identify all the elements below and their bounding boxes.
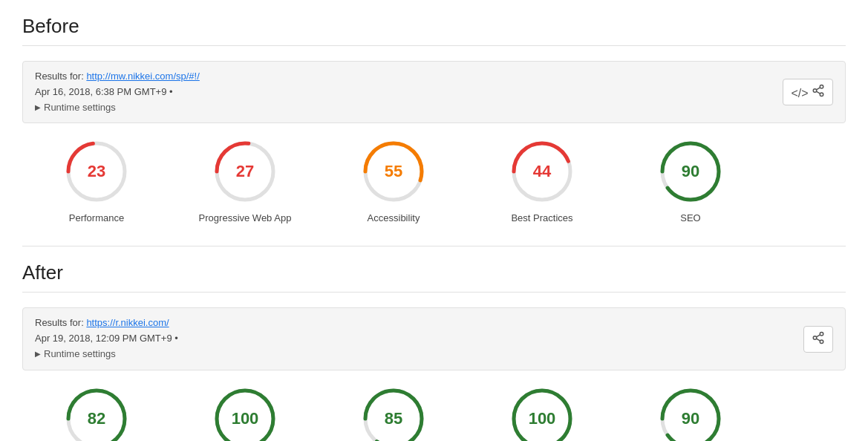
score-number-pwa-before: 27 xyxy=(236,162,254,181)
score-item-seo-after: 90 SEO xyxy=(616,385,765,441)
score-label-perf-before: Performance xyxy=(69,212,124,223)
score-label-pwa-before: Progressive Web App xyxy=(199,212,292,223)
svg-point-6 xyxy=(813,336,817,339)
score-number-bp-after: 100 xyxy=(529,409,556,428)
score-circle-pwa-before: 27 xyxy=(212,138,278,205)
before-results-label: Results for: xyxy=(35,71,84,82)
score-number-seo-after: 90 xyxy=(682,409,699,428)
before-runtime-settings[interactable]: ▶ Runtime settings xyxy=(35,100,200,116)
divider-after xyxy=(22,292,846,293)
score-circle-acc-before: 55 xyxy=(360,138,427,205)
divider-after-before xyxy=(22,246,846,246)
after-date-line: Apr 19, 2018, 12:09 PM GMT+9 • ▶ Runtime… xyxy=(35,331,178,362)
svg-point-5 xyxy=(820,332,823,336)
score-circle-bp-after: 100 xyxy=(509,385,575,441)
after-date: Apr 19, 2018, 12:09 PM GMT+9 xyxy=(35,333,172,344)
after-scores-row: 82 Performance 100 Progressive Web App 8… xyxy=(22,385,846,441)
score-circle-pwa-after: 100 xyxy=(212,385,278,441)
before-info-text: Results for: http://mw.nikkei.com/sp/#!/… xyxy=(35,69,200,115)
arrow-icon: ▶ xyxy=(35,102,41,114)
score-circle-acc-after: 85 xyxy=(360,385,427,441)
score-number-seo-before: 90 xyxy=(682,162,699,181)
score-number-perf-before: 23 xyxy=(88,162,105,181)
score-item-pwa-after: 100 Progressive Web App xyxy=(171,385,319,441)
score-label-bp-before: Best Practices xyxy=(511,212,572,223)
after-title: After xyxy=(22,261,846,284)
before-info-bar: Results for: http://mw.nikkei.com/sp/#!/… xyxy=(22,61,846,123)
before-scores-row: 23 Performance 27 Progressive Web App 55… xyxy=(22,138,846,223)
after-url[interactable]: https://r.nikkei.com/ xyxy=(86,317,169,328)
svg-line-9 xyxy=(816,334,820,336)
score-number-bp-before: 44 xyxy=(533,162,551,181)
score-number-perf-after: 82 xyxy=(88,409,105,428)
before-title: Before xyxy=(22,15,846,38)
score-circle-perf-before: 23 xyxy=(63,138,130,205)
after-sep: • xyxy=(174,333,178,344)
score-number-pwa-after: 100 xyxy=(232,409,259,428)
before-url-line: Results for: http://mw.nikkei.com/sp/#!/ xyxy=(35,69,200,85)
after-share-button[interactable] xyxy=(803,326,833,353)
score-number-acc-before: 55 xyxy=(385,162,402,181)
after-info-text: Results for: https://r.nikkei.com/ Apr 1… xyxy=(35,316,178,362)
after-info-bar: Results for: https://r.nikkei.com/ Apr 1… xyxy=(22,307,846,370)
before-sep: • xyxy=(169,86,173,97)
score-circle-perf-after: 82 xyxy=(63,385,130,441)
svg-line-4 xyxy=(816,88,820,90)
svg-line-8 xyxy=(816,339,820,341)
svg-point-1 xyxy=(813,89,817,93)
score-item-acc-before: 55 Accessibility xyxy=(319,138,468,223)
score-number-acc-after: 85 xyxy=(385,409,402,428)
svg-point-0 xyxy=(820,85,823,89)
svg-point-2 xyxy=(820,93,823,97)
score-circle-seo-before: 90 xyxy=(657,138,724,205)
after-url-line: Results for: https://r.nikkei.com/ xyxy=(35,316,178,331)
score-item-pwa-before: 27 Progressive Web App xyxy=(171,138,319,223)
after-runtime-settings[interactable]: ▶ Runtime settings xyxy=(35,347,178,362)
svg-point-7 xyxy=(820,340,823,344)
score-item-seo-before: 90 SEO xyxy=(616,138,765,223)
score-item-bp-before: 44 Best Practices xyxy=(468,138,616,223)
score-circle-seo-after: 90 xyxy=(657,385,724,441)
score-item-acc-after: 85 Accessibility xyxy=(319,385,468,441)
score-circle-bp-before: 44 xyxy=(509,138,575,205)
after-results-label: Results for: xyxy=(35,317,84,328)
score-item-bp-after: 100 Best Practices xyxy=(468,385,616,441)
divider-before xyxy=(22,45,846,46)
before-date: Apr 16, 2018, 6:38 PM GMT+9 xyxy=(35,86,166,97)
score-label-seo-before: SEO xyxy=(680,212,700,223)
arrow-icon-after: ▶ xyxy=(35,348,41,360)
score-item-perf-before: 23 Performance xyxy=(22,138,171,223)
before-date-line: Apr 16, 2018, 6:38 PM GMT+9 • ▶ Runtime … xyxy=(35,85,200,116)
svg-line-3 xyxy=(816,91,820,94)
score-label-acc-before: Accessibility xyxy=(368,212,420,223)
before-url[interactable]: http://mw.nikkei.com/sp/#!/ xyxy=(86,71,199,82)
before-share-button[interactable]: </> xyxy=(783,79,833,105)
score-item-perf-after: 82 Performance xyxy=(22,385,171,441)
